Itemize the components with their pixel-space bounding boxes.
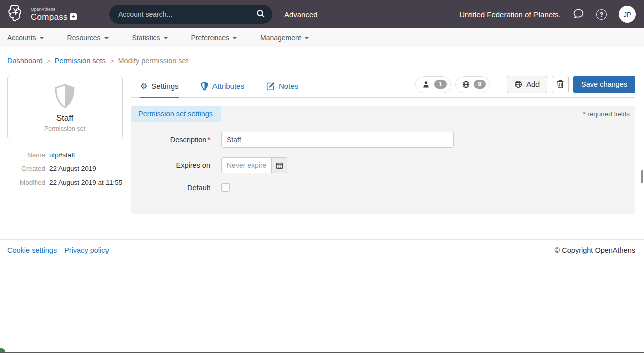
detail-row-modified: Modified 22 August 2019 at 11:55 <box>7 179 123 187</box>
help-button[interactable]: ? <box>596 9 607 20</box>
tab-attributes[interactable]: Attributes <box>200 77 245 97</box>
logo-brand-small: OpenAthens <box>31 7 77 12</box>
detail-label: Modified <box>7 179 45 187</box>
add-button-label: Add <box>526 80 540 88</box>
shield-icon <box>53 102 76 110</box>
users-count-badge: 1 <box>434 80 447 89</box>
delete-button[interactable] <box>552 76 569 93</box>
default-row: Default <box>131 183 635 192</box>
window-bottom-edge <box>0 352 644 353</box>
expires-label: Expires on <box>131 161 221 169</box>
required-asterisk: * <box>207 136 210 144</box>
required-fields-note: * required fields <box>577 106 635 122</box>
description-label: Description* <box>131 136 221 144</box>
tab-label: Attributes <box>212 82 244 91</box>
caret-down-icon <box>233 37 237 39</box>
caret-down-icon <box>305 37 309 39</box>
tab-bar: ⚙ Settings Attributes <box>131 76 635 98</box>
breadcrumb-current: Modify permission set <box>118 57 188 65</box>
description-row: Description* <box>131 132 635 148</box>
tab-settings[interactable]: ⚙ Settings <box>140 77 179 98</box>
caret-down-icon <box>40 37 44 39</box>
default-label: Default <box>131 184 221 192</box>
openathens-logo[interactable]: OpenAthens Compass + <box>7 3 77 26</box>
expires-row: Expires on <box>131 157 635 173</box>
breadcrumb-permission-sets[interactable]: Permission sets <box>55 57 106 65</box>
help-icon: ? <box>596 9 607 20</box>
nav-item-accounts[interactable]: Accounts <box>7 34 44 42</box>
nav-item-label: Management <box>260 34 301 42</box>
description-input[interactable] <box>221 132 454 148</box>
nav-item-label: Preferences <box>191 34 229 42</box>
person-icon <box>422 81 430 88</box>
account-search-input[interactable] <box>118 10 255 18</box>
account-search <box>109 5 272 24</box>
globe-icon <box>462 81 470 88</box>
plus-badge-icon: + <box>70 13 77 20</box>
action-buttons: 1 9 <box>415 76 635 97</box>
page-footer: Cookie settings Privacy policy © Copyrig… <box>0 239 644 254</box>
detail-value: 22 August 2019 <box>49 165 96 173</box>
permission-set-title: Staff <box>13 113 117 123</box>
default-checkbox[interactable] <box>221 183 230 192</box>
gear-icon: ⚙ <box>140 82 147 91</box>
nav-item-resources[interactable]: Resources <box>67 34 109 42</box>
panel-title-tab: Permission set settings <box>131 106 221 122</box>
caret-down-icon <box>164 37 168 39</box>
profile-card: Staff Permission set <box>7 76 123 139</box>
permission-set-subtitle: Permission set <box>13 125 117 132</box>
profile-sidebar: Staff Permission set Name ufp#staff Crea… <box>7 76 123 214</box>
detail-value: ufp#staff <box>49 152 75 159</box>
tab-label: Notes <box>279 82 298 91</box>
cookie-settings-link[interactable]: Cookie settings <box>7 246 57 254</box>
calendar-icon <box>276 162 283 169</box>
openathens-logo-icon <box>7 3 27 26</box>
search-icon <box>256 9 265 20</box>
detail-label: Name <box>7 152 45 159</box>
detail-value: 22 August 2019 at 11:55 <box>49 179 122 187</box>
organisation-name: Untitled Federation of Planets. <box>459 10 561 19</box>
user-avatar[interactable]: JP <box>619 6 636 23</box>
caret-down-icon <box>104 37 109 39</box>
logo-text: OpenAthens Compass + <box>31 7 77 21</box>
description-label-text: Description <box>170 136 207 144</box>
nav-item-label: Resources <box>67 34 101 42</box>
expires-input[interactable] <box>221 157 272 173</box>
breadcrumb-separator: > <box>47 57 51 65</box>
search-button[interactable] <box>255 8 266 21</box>
date-picker-button[interactable] <box>272 157 287 173</box>
nav-item-statistics[interactable]: Statistics <box>132 34 168 42</box>
allocated-users-pill[interactable]: 1 <box>415 76 451 93</box>
detail-row-created: Created 22 August 2019 <box>7 165 123 173</box>
trash-icon <box>556 80 564 89</box>
detail-list: Name ufp#staff Created 22 August 2019 Mo… <box>7 152 123 187</box>
notes-icon <box>266 82 275 91</box>
scrollbar-track[interactable] <box>642 28 642 350</box>
breadcrumb-dashboard[interactable]: Dashboard <box>7 57 43 65</box>
nav-item-management[interactable]: Management <box>260 34 309 42</box>
breadcrumb: Dashboard > Permission sets > Modify per… <box>0 47 644 71</box>
save-changes-button[interactable]: Save changes <box>573 76 635 93</box>
app-header: OpenAthens Compass + Advanced Untitled F… <box>0 0 644 28</box>
globe-icon <box>514 80 522 88</box>
resources-count-badge: 9 <box>474 80 486 89</box>
chat-icon <box>573 8 584 21</box>
settings-panel: Permission set settings * required field… <box>131 106 635 214</box>
nav-item-label: Accounts <box>7 34 36 42</box>
scrollbar-thumb[interactable] <box>641 170 643 183</box>
main-nav: Accounts Resources Statistics Preference… <box>0 28 644 47</box>
advanced-search-link[interactable]: Advanced <box>284 10 318 19</box>
allocated-resources-pill[interactable]: 9 <box>455 76 490 93</box>
logo-brand-large: Compass <box>31 13 68 21</box>
privacy-policy-link[interactable]: Privacy policy <box>64 246 109 254</box>
breadcrumb-separator: > <box>110 57 114 65</box>
nav-item-preferences[interactable]: Preferences <box>191 34 237 42</box>
chat-button[interactable] <box>573 8 584 21</box>
tab-label: Settings <box>151 82 178 91</box>
tab-notes[interactable]: Notes <box>266 77 299 97</box>
shield-icon <box>201 82 208 91</box>
copyright-text: © Copyright OpenAthens <box>555 246 635 254</box>
add-button[interactable]: Add <box>507 76 547 93</box>
desktop-corner-artifact <box>0 348 5 352</box>
detail-row-name: Name ufp#staff <box>7 152 123 159</box>
